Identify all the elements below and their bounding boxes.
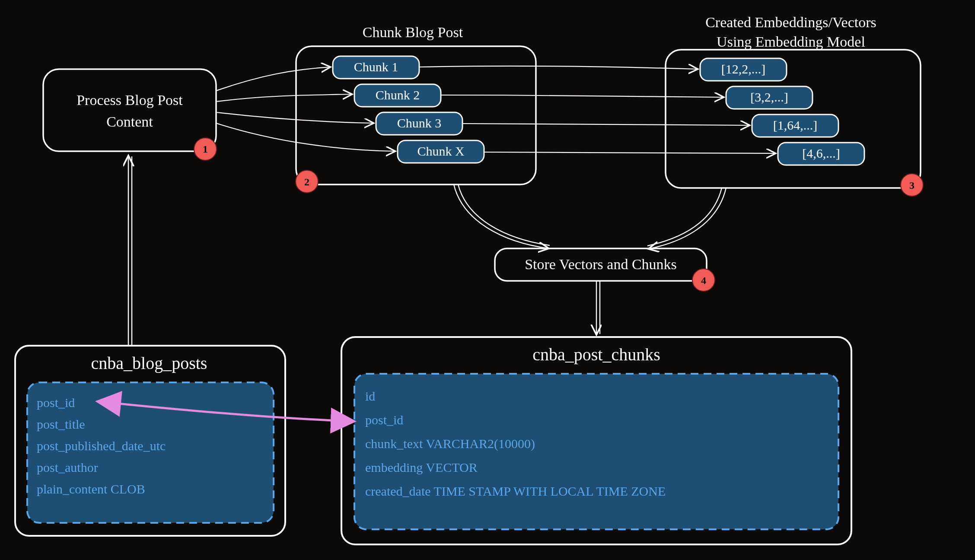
arrow-step4-to-table2 (596, 281, 600, 335)
table1-col4: plain_content CLOB (37, 482, 145, 496)
chunk-1: Chunk 1 (333, 56, 419, 79)
table1-title: cnba_blog_posts (91, 353, 207, 373)
svg-rect-31 (354, 374, 838, 529)
vector-2: [3,2,...] (726, 86, 812, 109)
step2-title: Chunk Blog Post (363, 24, 463, 40)
chunk-3: Chunk 3 (376, 112, 462, 135)
svg-text:2: 2 (304, 176, 309, 188)
svg-text:[4,6,...]: [4,6,...] (802, 146, 840, 160)
arrow-table1-to-step1 (128, 156, 132, 346)
table2-col0: id (365, 389, 375, 403)
arrow-step3-to-step4 (647, 188, 726, 249)
svg-text:Chunk X: Chunk X (417, 144, 465, 158)
table1-col0: post_id (37, 395, 75, 410)
table2-col2: chunk_text VARCHAR2(10000) (365, 436, 535, 451)
svg-rect-0 (43, 69, 216, 151)
step4-title: Store Vectors and Chunks (525, 256, 677, 272)
vector-4: [4,6,...] (778, 143, 864, 165)
table1-col1: post_title (37, 417, 85, 431)
step3-badge: 3 (901, 174, 923, 196)
table1-col2: post_published_date_utc (37, 439, 166, 453)
svg-text:[3,2,...]: [3,2,...] (750, 90, 788, 104)
table2-col3: embedding VECTOR (365, 460, 478, 474)
step1-line2: Content (106, 114, 153, 130)
table2-col1: post_id (365, 413, 403, 427)
step1-box: Process Blog Post Content (43, 69, 216, 151)
arrow-step2-to-step4 (454, 185, 550, 248)
step4-box: Store Vectors and Chunks (495, 248, 707, 281)
svg-text:Chunk 2: Chunk 2 (376, 88, 420, 102)
table2-outer: cnba_post_chunks id post_id chunk_text V… (341, 337, 851, 544)
table2-col4: created_date TIME STAMP WITH LOCAL TIME … (365, 484, 666, 498)
arrows-step1-to-chunks (216, 67, 395, 151)
step4-badge: 4 (692, 269, 715, 291)
table2-title: cnba_post_chunks (532, 345, 660, 364)
svg-text:Chunk 1: Chunk 1 (354, 60, 398, 74)
step1-badge: 1 (194, 138, 217, 160)
step1-line1: Process Blog Post (76, 92, 183, 108)
chunk-2: Chunk 2 (354, 84, 441, 107)
svg-text:3: 3 (909, 180, 914, 191)
svg-text:1: 1 (203, 143, 208, 155)
vector-1: [12,2,...] (700, 58, 787, 81)
svg-text:[1,64,...]: [1,64,...] (773, 118, 817, 132)
svg-text:Chunk 3: Chunk 3 (397, 116, 442, 130)
svg-text:4: 4 (701, 275, 706, 286)
vector-3: [1,64,...] (752, 115, 838, 137)
chunk-x: Chunk X (398, 140, 484, 163)
table1-col3: post_author (37, 460, 98, 474)
table1-outer: cnba_blog_posts post_id post_title post_… (15, 346, 285, 536)
step2-badge: 2 (296, 170, 318, 193)
step3-title-line2: Using Embedding Model (717, 34, 865, 50)
step3-title-line1: Created Embeddings/Vectors (705, 14, 876, 30)
svg-text:[12,2,...]: [12,2,...] (721, 62, 765, 76)
